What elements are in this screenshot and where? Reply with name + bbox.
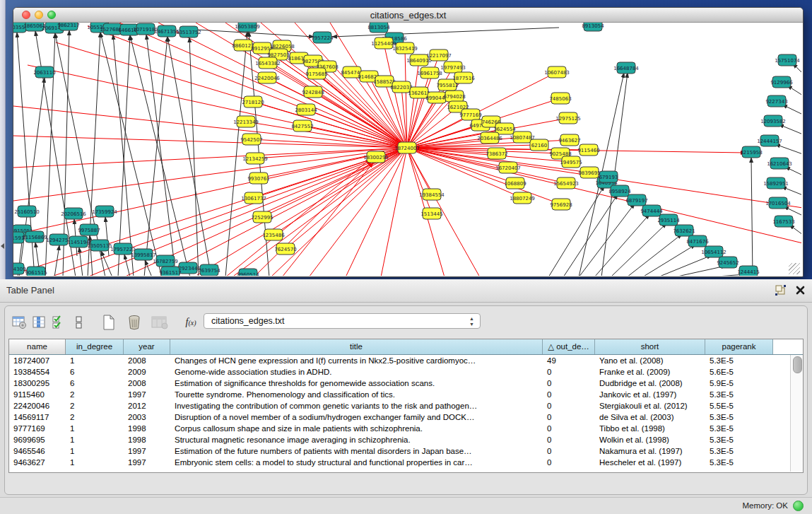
graph-node[interactable]: 16210643	[767, 158, 792, 169]
network-window[interactable]: citations_edges.txt 24035571865061206914…	[13, 7, 804, 277]
graph-node[interactable]: 13061737	[241, 192, 266, 204]
graph-node[interactable]: 1877516	[452, 72, 475, 83]
table-row[interactable]: 946554611997Estimation of the future num…	[9, 445, 803, 457]
graph-node[interactable]: 13505135	[87, 240, 112, 251]
table-cell[interactable]: 6	[66, 378, 124, 389]
graph-node[interactable]: 8958924	[608, 185, 631, 197]
table-cell[interactable]: 0	[543, 366, 595, 378]
side-panel-splitter[interactable]	[0, 0, 6, 279]
table-cell[interactable]: Stergiakouli et al. (2012)	[595, 400, 705, 411]
column-header-name[interactable]: name	[9, 339, 66, 354]
row-selection-button[interactable]	[50, 314, 69, 331]
graph-node[interactable]: 12213349	[233, 116, 259, 127]
float-panel-icon[interactable]	[775, 285, 786, 296]
graph-node[interactable]: 16648784	[613, 62, 639, 74]
table-cell[interactable]: Disruption of a novel member of a sodium…	[170, 411, 543, 423]
column-header-short[interactable]: short	[595, 339, 705, 354]
table-cell[interactable]: 0	[543, 411, 595, 423]
graph-node[interactable]: 9839695	[578, 167, 600, 178]
table-cell[interactable]: 5.3E-5	[705, 411, 773, 423]
table-row[interactable]: 977716911998Corpus callosum shape and si…	[9, 423, 803, 434]
window-resize-grip[interactable]	[789, 263, 800, 274]
graph-node[interactable]: 12217097	[426, 49, 452, 61]
table-cell[interactable]: 14569117	[9, 411, 66, 423]
graph-node[interactable]: 1513445	[420, 208, 442, 219]
table-cell[interactable]: 5.6E-5	[705, 366, 773, 378]
graph-node[interactable]: 15654923	[553, 177, 579, 189]
graph-node[interactable]: 8427552	[291, 120, 313, 132]
graph-node[interactable]: 2803144	[295, 104, 317, 115]
table-cell[interactable]: 1	[66, 434, 124, 445]
table-cell[interactable]: 5.3E-5	[705, 457, 773, 468]
graph-node[interactable]: 7386372	[486, 148, 507, 159]
table-row[interactable]: 2242004622012Investigating the contribut…	[9, 400, 803, 411]
graph-node[interactable]: 8813054	[367, 23, 390, 33]
table-cell[interactable]: 5.3E-5	[705, 423, 773, 434]
graph-node[interactable]: 9542507	[240, 134, 262, 145]
table-selector-dropdown[interactable]: citations_edges.txt ▲▼	[204, 313, 481, 329]
column-header-pagerank[interactable]: pagerank	[705, 339, 773, 354]
graph-node[interactable]: 9115460	[577, 144, 599, 156]
table-cell[interactable]: Investigating the contribution of common…	[170, 400, 543, 411]
table-row[interactable]: 1872400712008Changes of HCN gene express…	[9, 355, 803, 366]
graph-node[interactable]: 7632621	[673, 225, 695, 236]
table-cell[interactable]: de Silva et al. (2003)	[595, 411, 705, 423]
splitter-collapse-icon[interactable]	[1, 243, 4, 249]
table-cell[interactable]: 9463627	[9, 457, 66, 468]
graph-node[interactable]: 10654112	[701, 246, 726, 257]
table-cell[interactable]: 2	[66, 389, 124, 400]
import-table-button[interactable]	[151, 314, 169, 331]
table-settings-button[interactable]	[11, 314, 29, 331]
table-cell[interactable]: 5.3E-5	[705, 389, 773, 400]
graph-node[interactable]: 1235486	[262, 229, 285, 240]
table-cell[interactable]: Tibbo et al. (1998)	[595, 423, 705, 434]
graph-node[interactable]: 12134259	[242, 153, 268, 164]
graph-node[interactable]: 6794028	[443, 90, 465, 102]
table-cell[interactable]: 1	[66, 445, 124, 457]
table-cell[interactable]: 9777169	[9, 423, 66, 434]
graph-node[interactable]: 20364486	[477, 132, 502, 144]
graph-node[interactable]: 19384554	[419, 189, 445, 200]
table-cell[interactable]: 5.9E-5	[705, 378, 773, 389]
table-cell[interactable]: 1	[66, 423, 124, 434]
graph-node[interactable]: 12975125	[555, 112, 581, 124]
graph-node[interactable]: 11254409	[371, 37, 396, 49]
graph-node[interactable]: 9930761	[247, 173, 269, 184]
graph-node[interactable]: 9245652	[717, 257, 739, 268]
graph-node[interactable]: 9862317	[57, 23, 79, 30]
graph-node[interactable]: 18724007	[394, 142, 420, 153]
table-cell[interactable]: 5.5E-5	[705, 400, 773, 411]
table-scrollbar[interactable]	[790, 355, 803, 472]
table-cell[interactable]: Dudbridge et al. (2008)	[595, 378, 705, 389]
graph-node[interactable]: 8960514	[237, 269, 259, 276]
table-cell[interactable]: Genome-wide association studies in ADHD.	[170, 366, 543, 378]
table-cell[interactable]: Estimation of significance thresholds fo…	[170, 378, 543, 389]
graph-node[interactable]: 2718120	[242, 96, 264, 107]
column-header-in_degree[interactable]: in_degree	[66, 339, 124, 354]
table-cell[interactable]: Franke et al. (2009)	[595, 366, 705, 378]
rows-button[interactable]	[70, 314, 88, 331]
table-cell[interactable]: 18300295	[9, 378, 66, 389]
table-cell[interactable]: 2003	[124, 411, 170, 423]
new-table-button[interactable]	[100, 314, 118, 331]
graph-node[interactable]: 9227343	[765, 95, 787, 107]
table-cell[interactable]: Embryonic stem cells: a model to study s…	[170, 457, 543, 468]
table-cell[interactable]: 0	[543, 423, 595, 434]
graph-node[interactable]: 11156869	[22, 231, 47, 243]
table-cell[interactable]: 2008	[124, 378, 170, 389]
graph-node[interactable]: 9777169	[459, 109, 481, 120]
delete-table-button[interactable]	[125, 314, 143, 331]
table-cell[interactable]: 1998	[124, 423, 170, 434]
table-cell[interactable]: 2008	[124, 355, 170, 366]
table-cell[interactable]: 0	[543, 378, 595, 389]
table-cell[interactable]: 5.3E-5	[705, 445, 773, 457]
network-canvas[interactable]: 2403557186506120691406986231710553257152…	[13, 23, 801, 276]
graph-node[interactable]: 62160	[530, 139, 548, 151]
graph-node[interactable]: 15751074	[775, 54, 800, 66]
graph-node[interactable]: 8215958	[740, 146, 762, 158]
table-cell[interactable]: 18724007	[9, 355, 66, 366]
table-cell[interactable]: Jankovic et al. (1997)	[595, 389, 705, 400]
graph-node[interactable]: 7957224	[311, 32, 334, 43]
table-cell[interactable]: Nakamura et al. (1997)	[595, 445, 705, 457]
table-cell[interactable]: 1997	[124, 389, 170, 400]
